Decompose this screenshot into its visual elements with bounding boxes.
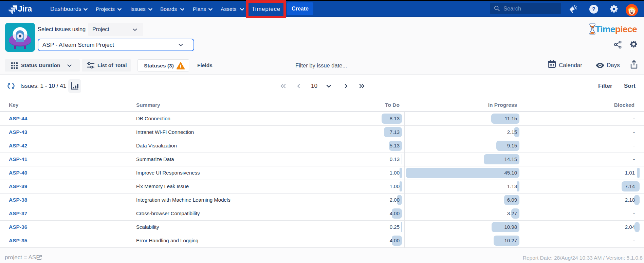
svg-text:?: ? (592, 6, 595, 12)
